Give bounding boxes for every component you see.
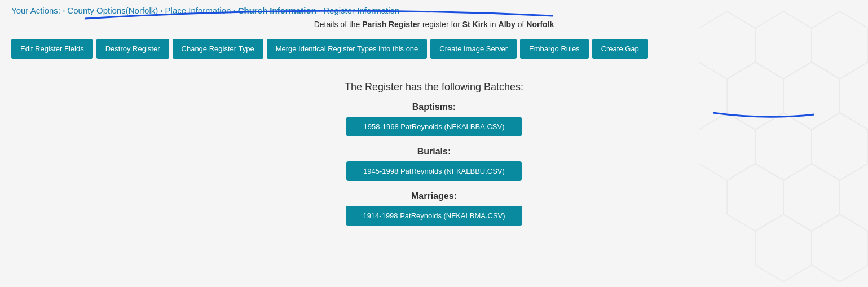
baptisms-batch-button[interactable]: 1958-1968 PatReynolds (NFKALBBA.CSV) (346, 117, 521, 136)
burials-section: Burials: 1945-1998 PatReynolds (NFKALBBU… (11, 147, 857, 181)
create-image-server-button[interactable]: Create Image Server (430, 39, 517, 59)
breadcrumb-your-actions: Your Actions: (11, 6, 60, 15)
burials-batch-button[interactable]: 1945-1998 PatReynolds (NFKALBBU.CSV) (346, 161, 522, 181)
location-name: Alby (499, 20, 515, 29)
breadcrumb-separator-3: › (233, 6, 235, 15)
batches-title: The Register has the following Batches: (345, 81, 523, 93)
breadcrumb-separator-4: › (319, 6, 321, 15)
burials-label: Burials: (417, 147, 451, 157)
breadcrumb-church-information[interactable]: Church Information (238, 6, 316, 15)
create-gap-button[interactable]: Create Gap (592, 39, 648, 59)
baptisms-section: Baptisms: 1958-1968 PatReynolds (NFKALBB… (11, 102, 857, 136)
breadcrumb-separator-2: › (160, 6, 162, 15)
register-type: Parish Register (362, 20, 420, 29)
baptisms-label: Baptisms: (412, 102, 456, 112)
breadcrumb-county-options[interactable]: County Options(Norfolk) (67, 6, 158, 15)
place-name: St Kirk (462, 20, 488, 29)
edit-register-fields-button[interactable]: Edit Register Fields (11, 39, 93, 59)
breadcrumb: Your Actions: › County Options(Norfolk) … (11, 6, 857, 15)
change-register-type-button[interactable]: Change Register Type (173, 39, 263, 59)
main-content: The Register has the following Batches: … (11, 76, 857, 236)
breadcrumb-separator-1: › (63, 6, 65, 15)
page-subtitle: Details of the Parish Register register … (11, 20, 857, 29)
marriages-batch-button[interactable]: 1914-1998 PatReynolds (NFKALBMA.CSV) (346, 206, 522, 226)
marriages-label: Marriages: (411, 191, 457, 201)
embargo-rules-button[interactable]: Embargo Rules (520, 39, 589, 59)
breadcrumb-place-information[interactable]: Place Information (165, 6, 231, 15)
merge-identical-button[interactable]: Merge Identical Register Types into this… (267, 39, 428, 59)
destroy-register-button[interactable]: Destroy Register (96, 39, 169, 59)
marriages-section: Marriages: 1914-1998 PatReynolds (NFKALB… (11, 191, 857, 226)
toolbar: Edit Register Fields Destroy Register Ch… (11, 39, 857, 59)
county-name: Norfolk (526, 20, 554, 29)
breadcrumb-register-information[interactable]: Register Information (323, 6, 399, 15)
